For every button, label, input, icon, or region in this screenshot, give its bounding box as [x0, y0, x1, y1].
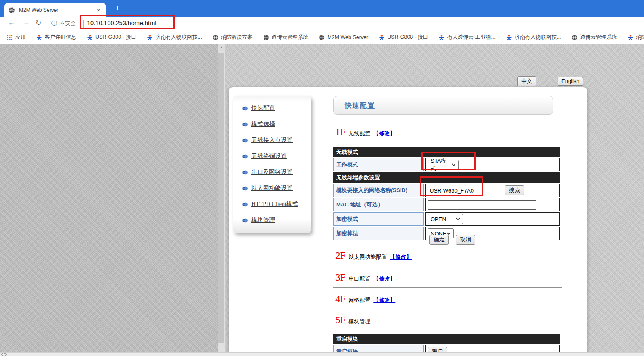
mac-label: MAC 地址（可选）	[333, 198, 424, 211]
work-mode-label: 工作模式	[333, 158, 424, 171]
section-1f-wireless: 1F 无线配置 【修改】	[335, 127, 395, 137]
bookmark-item[interactable]: 济南有人物联网技...	[506, 34, 561, 41]
sidebar-item-ap-settings[interactable]: 无线接入点设置	[242, 135, 311, 145]
frame-scrollbar[interactable]: ▲	[218, 44, 225, 352]
bookmark-item[interactable]: USR-G808 - 接口	[379, 34, 428, 41]
bookmark-item[interactable]: 有人透传云-工业物...	[439, 34, 496, 41]
modify-link[interactable]: 【修改】	[390, 253, 412, 261]
person-icon	[147, 35, 153, 40]
browser-titlebar: M2M Web Server × +	[0, 0, 644, 17]
bookmark-apps[interactable]: 应用	[7, 34, 26, 41]
encryption-mode-select[interactable]: OPEN	[428, 214, 463, 224]
section-5f-module: 5F 模块管理	[335, 315, 370, 325]
section-divider	[333, 309, 562, 309]
bookmark-label: M2M Web Server	[327, 35, 368, 40]
sidebar-link[interactable]: 模式选择	[251, 120, 275, 128]
modify-link[interactable]: 【修改】	[373, 130, 395, 137]
bookmark-item[interactable]: USR-G800 - 接口	[87, 34, 136, 41]
sidebar-item-mode-select[interactable]: 模式选择	[242, 119, 311, 129]
mac-input[interactable]	[428, 200, 536, 210]
sidebar-item-serial-network[interactable]: 串口及网络设置	[242, 167, 311, 177]
bookmark-label: 济南有人物联网技...	[155, 34, 202, 41]
bookmark-item[interactable]: 消防解决方案	[628, 34, 644, 41]
bookmarks-bar: 应用 客户详细信息 USR-G800 - 接口 济南有人物联网技... 消防解决…	[0, 31, 644, 44]
page-title: 快速配置	[345, 101, 375, 110]
section-divider	[333, 266, 562, 266]
bookmark-label: 应用	[15, 34, 26, 41]
arrow-right-icon	[242, 186, 248, 191]
arrow-right-icon	[242, 138, 248, 143]
bookmark-item[interactable]: M2M Web Server	[319, 35, 368, 40]
reload-icon[interactable]: ↻	[35, 19, 41, 27]
person-icon	[87, 35, 93, 40]
tab-title: M2M Web Server	[19, 7, 95, 13]
bookmark-item[interactable]: 消防解决方案	[213, 34, 253, 41]
person-icon	[36, 35, 42, 40]
sidebar-item-ethernet[interactable]: 以太网功能设置	[242, 183, 311, 193]
globe-icon	[263, 35, 269, 40]
section-3f-serial: 3F 串口配置 【修改】	[335, 273, 395, 283]
section-label: 网络配置	[348, 297, 370, 304]
back-icon[interactable]: ←	[8, 18, 15, 27]
page-title-bar: 快速配置	[333, 96, 553, 115]
info-icon[interactable]: ⓘ	[51, 20, 57, 27]
sidebar-item-quick-config[interactable]: 快速配置	[242, 103, 311, 113]
sidebar-link[interactable]: 串口及网络设置	[251, 169, 293, 176]
section-number: 5F	[335, 315, 345, 325]
bookmark-item[interactable]: 透传云管理系统	[263, 34, 309, 41]
form-buttons: 确定 取消	[429, 235, 475, 245]
ok-button[interactable]: 确定	[429, 235, 449, 245]
bookmark-item[interactable]: 济南有人物联网技...	[147, 34, 202, 41]
encryption-mode-selected-value: OPEN	[431, 216, 446, 222]
sidebar-item-httpd-client[interactable]: HTTPD Client模式	[242, 199, 311, 209]
sidebar-menu: 快速配置 模式选择 无线接入点设置 无线终端设置 串口及网络设置 以太网功能设置	[233, 96, 311, 233]
arrow-right-icon	[242, 122, 248, 127]
section-label: 以太网功能配置	[348, 253, 387, 261]
bottom-scrollbar-strip[interactable]	[0, 352, 644, 356]
language-chinese-button[interactable]: 中文	[517, 76, 536, 86]
modify-link[interactable]: 【修改】	[373, 297, 395, 304]
modify-link[interactable]: 【修改】	[373, 275, 395, 283]
section-divider	[333, 287, 562, 288]
section-label: 串口配置	[348, 275, 370, 283]
globe-icon	[571, 35, 577, 40]
security-label: 不安全	[59, 20, 76, 27]
forward-icon[interactable]: →	[22, 18, 30, 27]
scrollbar-up-arrow-icon[interactable]: ▲	[218, 44, 225, 51]
encryption-alg-label: 加密算法	[333, 227, 424, 240]
sidebar-link[interactable]: HTTPD Client模式	[251, 201, 298, 208]
sidebar-link[interactable]: 以太网功能设置	[251, 185, 293, 192]
cancel-button[interactable]: 取消	[456, 235, 475, 245]
apps-grid-icon	[7, 35, 13, 40]
sidebar-item-sta-settings[interactable]: 无线终端设置	[242, 151, 311, 161]
mac-field	[425, 198, 560, 211]
table-row-encryption-mode: 加密模式 OPEN	[333, 212, 560, 226]
section-label: 模块管理	[348, 318, 370, 325]
ssid-label: 模块要接入的网络名称(SSID)	[333, 184, 424, 197]
bookmark-label: 客户详细信息	[45, 34, 76, 41]
bookmark-item[interactable]: 客户详细信息	[36, 34, 76, 41]
bookmark-label: 透传云管理系统	[580, 34, 617, 41]
bookmark-label: USR-G808 - 接口	[387, 34, 428, 41]
annotation-box-ssid	[420, 176, 483, 196]
annotation-box-url	[80, 15, 175, 29]
scrollbar-thumb[interactable]	[218, 53, 224, 343]
sidebar-link[interactable]: 无线终端设置	[251, 153, 287, 160]
section-label: 无线配置	[348, 130, 370, 137]
new-tab-button[interactable]: +	[111, 2, 123, 14]
encryption-mode-field: OPEN	[425, 212, 560, 226]
section-number: 3F	[335, 273, 345, 282]
site-security-indicator[interactable]: ⓘ 不安全	[51, 20, 76, 27]
sidebar-link[interactable]: 快速配置	[251, 104, 275, 112]
sidebar-link[interactable]: 模块管理	[251, 217, 275, 224]
section-number: 4F	[335, 294, 345, 304]
search-button[interactable]: 搜索	[505, 185, 524, 195]
sidebar-link[interactable]: 无线接入点设置	[251, 137, 293, 144]
bookmark-label: 透传云管理系统	[272, 34, 309, 41]
bookmark-item[interactable]: 透传云管理系统	[571, 34, 617, 41]
tab-close-icon[interactable]: ×	[95, 6, 102, 13]
chevron-down-icon	[456, 218, 460, 220]
sidebar-item-module-management[interactable]: 模块管理	[242, 215, 311, 225]
language-english-button[interactable]: English	[558, 77, 583, 86]
bookmark-label: 消防解决方案	[636, 34, 644, 41]
